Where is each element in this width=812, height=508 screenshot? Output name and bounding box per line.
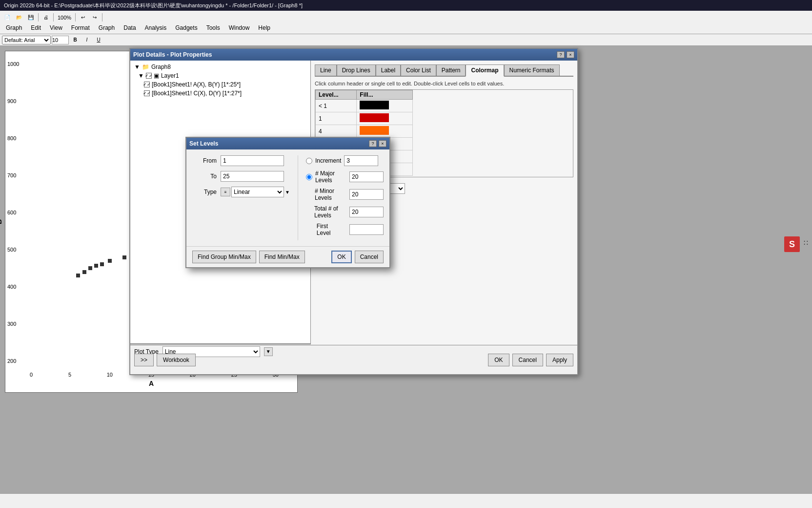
dialog-title-icons: ? × bbox=[557, 51, 574, 58]
italic-btn[interactable]: I bbox=[81, 35, 92, 45]
title-text: Origin 2022b 64-bit - E:\Postgraduate\本科… bbox=[4, 2, 303, 9]
underline-btn[interactable]: U bbox=[93, 35, 104, 45]
format-bar: Default: Arial B I U bbox=[0, 34, 812, 46]
menu-analysis[interactable]: Analysis bbox=[141, 23, 171, 32]
type-select[interactable]: Linear Log bbox=[231, 187, 284, 197]
menu-window[interactable]: Window bbox=[225, 23, 254, 32]
zoom-level: 100% bbox=[56, 15, 73, 21]
toolbar-open[interactable]: 📂 bbox=[14, 13, 24, 22]
help-btn[interactable]: ? bbox=[557, 51, 565, 58]
type-dropdown-arrow[interactable]: ▼ bbox=[285, 190, 290, 195]
menu-graph[interactable]: Graph bbox=[2, 23, 26, 32]
fill-1[interactable] bbox=[357, 112, 413, 125]
menu-tools[interactable]: Tools bbox=[203, 23, 224, 32]
forward-btn[interactable]: >> bbox=[134, 354, 154, 366]
toolbar-redo[interactable]: ↪ bbox=[89, 13, 100, 22]
set-levels-title: Set Levels ? × bbox=[186, 138, 389, 149]
tab-color-list[interactable]: Color List bbox=[401, 64, 436, 76]
scatter-dot bbox=[88, 266, 92, 270]
tree-item-book1-cd[interactable]: ✓ [Book1]Sheet1! C(X), D(Y) [1*:27*] bbox=[132, 89, 308, 98]
menu-format[interactable]: Format bbox=[67, 23, 94, 32]
major-levels-radio[interactable] bbox=[306, 174, 312, 180]
tab-drop-lines[interactable]: Drop Lines bbox=[337, 64, 376, 76]
set-levels-cancel-btn[interactable]: Cancel bbox=[355, 251, 384, 263]
scatter-dot bbox=[76, 274, 80, 277]
menu-data[interactable]: Data bbox=[120, 23, 140, 32]
menu-graph2[interactable]: Graph bbox=[95, 23, 119, 32]
major-levels-input[interactable] bbox=[349, 171, 384, 182]
title-bar: Origin 2022b 64-bit - E:\Postgraduate\本科… bbox=[0, 0, 812, 11]
workbook-btn[interactable]: Workbook bbox=[157, 354, 196, 366]
increment-radio[interactable] bbox=[306, 158, 312, 164]
layer1-checkbox[interactable]: ✓ bbox=[146, 73, 152, 79]
tab-colormap[interactable]: Colormap bbox=[466, 64, 504, 77]
set-levels-close-btn[interactable]: × bbox=[379, 140, 386, 147]
dots-icon: ∷ bbox=[804, 239, 808, 247]
swatch-1 bbox=[360, 113, 389, 122]
bold-btn[interactable]: B bbox=[70, 35, 81, 45]
set-levels-body: From To Type ≡ Linear Log ▼ bbox=[186, 149, 389, 246]
color-row-lt1[interactable]: < 1 bbox=[316, 100, 413, 112]
font-select[interactable]: Default: Arial bbox=[2, 36, 51, 44]
ok-btn[interactable]: OK bbox=[488, 354, 509, 366]
font-size-input[interactable] bbox=[52, 36, 69, 44]
tab-pattern[interactable]: Pattern bbox=[436, 64, 466, 76]
y-tick-1000: 1000 bbox=[7, 61, 19, 67]
color-row-4[interactable]: 4 bbox=[316, 125, 413, 138]
y-tick-700: 700 bbox=[7, 172, 19, 178]
x-tick-5: 5 bbox=[68, 372, 71, 378]
major-levels-row: # Major Levels bbox=[306, 170, 384, 184]
menu-help[interactable]: Help bbox=[254, 23, 274, 32]
tree-item-layer1[interactable]: ▼ ✓ ▣ Layer1 bbox=[132, 71, 308, 80]
tree-label-graph8: Graph8 bbox=[151, 64, 171, 70]
levels-right: Increment # Major Levels # Minor Levels … bbox=[298, 155, 384, 240]
first-level-row: First Level bbox=[306, 223, 384, 236]
x-tick-0: 0 bbox=[30, 372, 33, 378]
find-group-minmax-btn[interactable]: Find Group Min/Max bbox=[192, 251, 256, 263]
scatter-dot bbox=[108, 259, 112, 263]
ab-checkbox[interactable]: ✓ bbox=[144, 82, 150, 87]
menu-view[interactable]: View bbox=[46, 23, 66, 32]
menu-gadgets[interactable]: Gadgets bbox=[171, 23, 201, 32]
tab-label[interactable]: Label bbox=[376, 64, 401, 76]
total-levels-input[interactable] bbox=[349, 207, 384, 217]
to-label: To bbox=[192, 173, 217, 180]
level-lt1[interactable]: < 1 bbox=[316, 100, 357, 112]
set-levels-help-btn[interactable]: ? bbox=[369, 140, 377, 147]
x-axis-label: A bbox=[149, 380, 154, 387]
toolbar-undo[interactable]: ↩ bbox=[78, 13, 88, 22]
col-header-fill[interactable]: Fill... bbox=[357, 90, 413, 100]
cancel-btn[interactable]: Cancel bbox=[512, 354, 543, 366]
toolbar-save[interactable]: 💾 bbox=[25, 13, 36, 22]
tab-numeric-formats[interactable]: Numeric Formats bbox=[504, 64, 560, 76]
x-tick-10: 10 bbox=[107, 372, 113, 378]
increment-row: Increment bbox=[306, 155, 384, 166]
col-header-level[interactable]: Level... bbox=[316, 90, 357, 100]
tab-line[interactable]: Line bbox=[315, 64, 337, 76]
to-input[interactable] bbox=[221, 171, 284, 182]
set-levels-title-text: Set Levels bbox=[189, 140, 218, 147]
scatter-dot bbox=[94, 264, 98, 268]
cd-checkbox[interactable]: ✓ bbox=[144, 90, 150, 96]
level-4[interactable]: 4 bbox=[316, 125, 357, 138]
menu-edit[interactable]: Edit bbox=[27, 23, 45, 32]
close-btn[interactable]: × bbox=[567, 51, 574, 58]
from-input[interactable] bbox=[221, 155, 284, 166]
swatch-4 bbox=[360, 126, 389, 135]
first-level-input[interactable] bbox=[349, 224, 384, 235]
hint-text: Click column header or single cell to ed… bbox=[315, 81, 573, 86]
toolbar-new[interactable]: 📄 bbox=[2, 13, 13, 22]
level-1[interactable]: 1 bbox=[316, 112, 357, 125]
tree-item-book1-ab[interactable]: ✓ [Book1]Sheet1! A(X), B(Y) [1*:25*] bbox=[132, 80, 308, 89]
color-row-1[interactable]: 1 bbox=[316, 112, 413, 125]
tab-label-label: Label bbox=[381, 67, 395, 74]
apply-btn[interactable]: Apply bbox=[546, 354, 573, 366]
increment-input[interactable] bbox=[344, 155, 378, 166]
fill-4[interactable] bbox=[357, 125, 413, 138]
set-levels-ok-btn[interactable]: OK bbox=[331, 251, 351, 263]
tree-item-graph8[interactable]: ▼ 📁 Graph8 bbox=[132, 63, 308, 71]
fill-lt1[interactable] bbox=[357, 100, 413, 112]
find-minmax-btn[interactable]: Find Min/Max bbox=[259, 251, 305, 263]
toolbar-print[interactable]: 🖨 bbox=[41, 13, 51, 22]
minor-levels-input[interactable] bbox=[349, 189, 384, 200]
